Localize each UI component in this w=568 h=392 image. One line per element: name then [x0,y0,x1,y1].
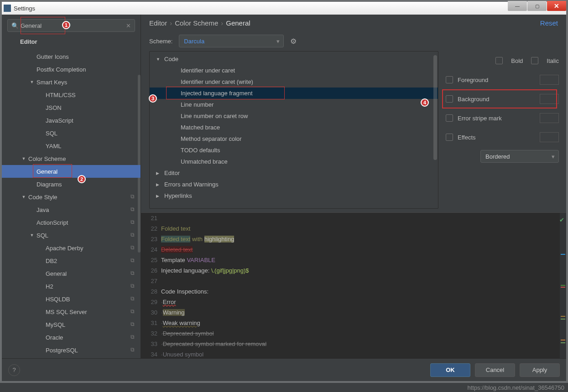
sidebar-tree[interactable]: Gutter IconsPostfix Completion▼Smart Key… [2,48,141,358]
sidebar-item[interactable]: JavaScript [2,114,141,127]
tree-row[interactable]: ▶Hyperlinks [150,190,438,201]
watermark: https://blog.csdn.net/sinat_36546750 [468,384,565,391]
sidebar-item[interactable]: PostgreSQL⧉ [2,344,141,356]
window-title: Settings [14,5,35,12]
tree-row[interactable]: Line number on caret row [150,110,438,122]
sidebar-item[interactable]: Gutter Icons [2,50,141,63]
ok-button[interactable]: OK [430,363,470,377]
copy-icon[interactable]: ⧉ [129,334,136,341]
tree-row[interactable]: Method separator color [150,133,438,144]
sidebar-item[interactable]: H2⧉ [2,280,141,293]
copy-icon[interactable]: ⧉ [129,346,136,354]
cancel-button[interactable]: Cancel [475,363,515,377]
code-preview: Folded textFolded text with highlighting… [161,213,560,358]
bold-checkbox[interactable] [495,57,503,64]
copy-icon[interactable]: ⧉ [129,308,136,315]
sidebar-item[interactable]: YAML [2,139,141,152]
sidebar-item[interactable]: Oracle⧉ [2,331,141,344]
chevron-icon: ▶ [156,182,162,187]
chevron-icon: ▶ [156,171,162,175]
tree-row[interactable]: Identifier under caret (write) [150,76,438,88]
tree-row[interactable]: ▶Errors and Warnings [150,179,438,190]
background-checkbox[interactable] [446,95,453,103]
copy-icon[interactable]: ⧉ [129,193,136,201]
sidebar-item[interactable]: Postfix Completion [2,63,141,76]
title-bar[interactable]: Settings — ▢ ✕ [2,2,566,15]
sidebar-item[interactable]: General⧉ [2,267,141,280]
copy-icon[interactable]: ⧉ [129,321,136,328]
color-tree[interactable]: ▼CodeIdentifier under caretIdentifier un… [149,51,438,209]
sidebar-header[interactable]: Editor [2,35,141,48]
chevron-down-icon: ▼ [21,156,26,161]
effects-checkbox[interactable] [446,134,453,141]
close-button[interactable]: ✕ [547,1,566,11]
sidebar-item[interactable]: HSQLDB⧉ [2,293,141,305]
copy-icon[interactable]: ⧉ [129,257,136,264]
sidebar-item[interactable]: MySQL⧉ [2,318,141,331]
copy-icon[interactable]: ⧉ [129,219,136,226]
marker-strip: ✔ [560,213,566,358]
chevron-down-icon: ▼ [29,80,35,84]
tree-row[interactable]: Line number [150,99,438,110]
callout-3: 3 [149,94,157,103]
background-swatch[interactable] [540,94,559,104]
sidebar-item[interactable]: Diagrams [2,178,141,191]
help-button[interactable]: ? [8,364,20,376]
effects-swatch[interactable] [540,132,559,142]
tree-row[interactable]: Unmatched brace [150,156,438,167]
search-input[interactable]: 🔍 General ✕ [7,19,135,32]
sidebar-item[interactable]: MS SQL Server⧉ [2,305,141,318]
copy-icon[interactable]: ⧉ [129,244,136,252]
errorstripe-checkbox[interactable] [446,114,453,122]
minimize-button[interactable]: — [508,1,527,11]
breadcrumb: Editor› Color Scheme› General Reset [141,15,566,31]
copy-icon[interactable]: ⧉ [129,283,136,290]
sidebar-item[interactable]: ▼Code Style⧉ [2,191,141,203]
gear-icon[interactable]: ⚙ [290,37,297,46]
main-panel: Editor› Color Scheme› General Reset Sche… [141,15,566,358]
sidebar-item[interactable]: ActionScript⧉ [2,216,141,229]
copy-icon[interactable]: ⧉ [129,270,136,277]
clear-icon[interactable]: ✕ [126,22,131,29]
sidebar-item[interactable]: Apache Derby⧉ [2,242,141,254]
tree-row[interactable]: ▶Editor [150,167,438,179]
callout-1: 1 [62,21,70,29]
copy-icon[interactable]: ⧉ [129,206,136,213]
errorstripe-swatch[interactable] [540,113,559,123]
tree-row[interactable]: TODO defaults [150,144,438,156]
reset-link[interactable]: Reset [540,19,558,27]
sidebar-item[interactable]: JSON [2,101,141,114]
sidebar-item[interactable]: ▼Smart Keys [2,76,141,88]
chevron-down-icon: ▼ [21,195,26,199]
sidebar-item[interactable]: ▼SQL⧉ [2,229,141,242]
tree-scrollbar[interactable] [433,55,437,160]
callout-2: 2 [78,175,86,183]
app-icon [4,5,11,12]
foreground-swatch[interactable] [540,75,559,85]
maximize-button[interactable]: ▢ [527,1,547,11]
properties-panel: Bold Italic Foreground Background [442,51,566,209]
chevron-icon: ▶ [156,194,162,198]
copy-icon[interactable]: ⧉ [129,295,136,303]
search-icon: 🔍 [11,22,19,29]
scheme-select[interactable]: Darcula [179,35,284,47]
tree-row[interactable]: Matched brace [150,122,438,133]
scheme-label: Scheme: [149,38,172,45]
tree-row[interactable]: Identifier under caret [150,65,438,76]
copy-icon[interactable]: ⧉ [129,232,136,239]
sidebar-item[interactable]: DB2⧉ [2,254,141,267]
chevron-icon: ▼ [156,57,162,62]
effect-type-select[interactable]: Bordered [480,150,559,163]
sidebar-item[interactable]: HTML/CSS [2,88,141,101]
apply-button[interactable]: Apply [520,363,560,377]
tree-row[interactable]: ▼Code [150,53,438,65]
sidebar-item[interactable]: ▼Color Scheme [2,152,141,165]
italic-checkbox[interactable] [531,57,538,64]
foreground-checkbox[interactable] [446,76,453,83]
chevron-down-icon: ▼ [29,233,35,237]
sidebar-item[interactable]: Java⧉ [2,203,141,216]
sidebar-item[interactable]: SQL [2,127,141,139]
preview-panel: 2122232425262728293031323334 Folded text… [141,212,566,358]
tree-row[interactable]: Injected language fragment [150,88,438,99]
sidebar-item[interactable]: General [2,165,141,178]
